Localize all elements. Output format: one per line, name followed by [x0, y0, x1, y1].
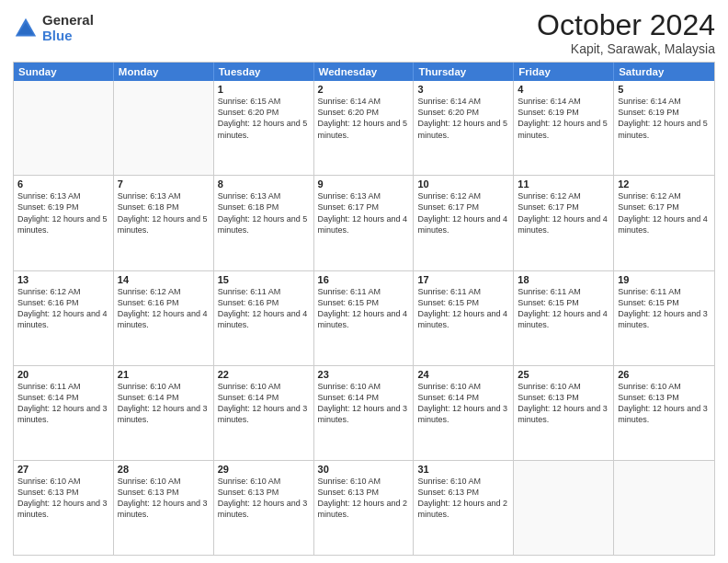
day-number: 13 — [17, 274, 109, 285]
calendar-cell: 9Sunrise: 6:13 AM Sunset: 6:17 PM Daylig… — [314, 176, 415, 270]
day-number: 25 — [518, 369, 609, 380]
cell-sun-info: Sunrise: 6:10 AM Sunset: 6:13 PM Dayligh… — [318, 476, 410, 521]
calendar-cell: 17Sunrise: 6:11 AM Sunset: 6:15 PM Dayli… — [414, 271, 514, 365]
cell-sun-info: Sunrise: 6:10 AM Sunset: 6:13 PM Dayligh… — [417, 476, 509, 521]
day-number: 9 — [318, 178, 410, 190]
calendar-day-header: Monday — [114, 63, 214, 81]
day-number: 1 — [218, 84, 310, 95]
calendar-cell: 28Sunrise: 6:10 AM Sunset: 6:13 PM Dayli… — [114, 461, 214, 555]
day-number: 4 — [518, 84, 609, 95]
logo-blue: Blue — [42, 29, 94, 44]
cell-sun-info: Sunrise: 6:14 AM Sunset: 6:19 PM Dayligh… — [518, 96, 609, 141]
day-number: 24 — [417, 369, 509, 380]
calendar-cell: 16Sunrise: 6:11 AM Sunset: 6:15 PM Dayli… — [314, 271, 415, 365]
month-title: October 2024 — [537, 9, 715, 41]
day-number: 16 — [318, 274, 410, 285]
logo: General Blue — [13, 13, 94, 43]
cell-sun-info: Sunrise: 6:10 AM Sunset: 6:13 PM Dayligh… — [218, 476, 310, 521]
calendar-day-header: Thursday — [414, 63, 514, 81]
calendar-cell: 14Sunrise: 6:12 AM Sunset: 6:16 PM Dayli… — [114, 271, 214, 365]
cell-sun-info: Sunrise: 6:11 AM Sunset: 6:15 PM Dayligh… — [318, 286, 410, 331]
cell-sun-info: Sunrise: 6:13 AM Sunset: 6:19 PM Dayligh… — [17, 190, 109, 236]
day-number: 20 — [17, 369, 109, 380]
cell-sun-info: Sunrise: 6:13 AM Sunset: 6:17 PM Dayligh… — [318, 190, 410, 236]
cell-sun-info: Sunrise: 6:10 AM Sunset: 6:13 PM Dayligh… — [17, 476, 109, 521]
day-number: 14 — [118, 274, 210, 285]
calendar-cell: 31Sunrise: 6:10 AM Sunset: 6:13 PM Dayli… — [414, 461, 514, 555]
calendar-header: SundayMondayTuesdayWednesdayThursdayFrid… — [14, 63, 714, 81]
cell-sun-info: Sunrise: 6:14 AM Sunset: 6:20 PM Dayligh… — [318, 96, 410, 141]
title-area: October 2024 Kapit, Sarawak, Malaysia — [537, 9, 715, 56]
day-number: 26 — [618, 369, 711, 380]
calendar-cell: 4Sunrise: 6:14 AM Sunset: 6:19 PM Daylig… — [514, 81, 614, 175]
day-number: 31 — [417, 464, 509, 475]
calendar-cell — [14, 81, 114, 175]
calendar-cell: 25Sunrise: 6:10 AM Sunset: 6:13 PM Dayli… — [514, 366, 614, 460]
cell-sun-info: Sunrise: 6:11 AM Sunset: 6:15 PM Dayligh… — [518, 286, 609, 331]
day-number: 2 — [318, 84, 410, 95]
calendar-day-header: Friday — [514, 63, 614, 81]
calendar-cell: 22Sunrise: 6:10 AM Sunset: 6:14 PM Dayli… — [214, 366, 314, 460]
calendar-cell: 19Sunrise: 6:11 AM Sunset: 6:15 PM Dayli… — [614, 271, 714, 365]
day-number: 15 — [218, 274, 310, 285]
day-number: 3 — [417, 84, 509, 95]
cell-sun-info: Sunrise: 6:10 AM Sunset: 6:14 PM Dayligh… — [218, 381, 310, 426]
cell-sun-info: Sunrise: 6:12 AM Sunset: 6:16 PM Dayligh… — [118, 286, 210, 331]
day-number: 11 — [518, 178, 609, 190]
calendar: SundayMondayTuesdayWednesdayThursdayFrid… — [13, 62, 715, 556]
calendar-cell: 29Sunrise: 6:10 AM Sunset: 6:13 PM Dayli… — [214, 461, 314, 555]
calendar-cell: 26Sunrise: 6:10 AM Sunset: 6:13 PM Dayli… — [614, 366, 714, 460]
day-number: 23 — [318, 369, 410, 380]
cell-sun-info: Sunrise: 6:12 AM Sunset: 6:17 PM Dayligh… — [618, 190, 711, 236]
calendar-day-header: Saturday — [614, 63, 714, 81]
day-number: 7 — [118, 178, 210, 190]
calendar-cell: 7Sunrise: 6:13 AM Sunset: 6:18 PM Daylig… — [114, 176, 214, 270]
calendar-cell: 24Sunrise: 6:10 AM Sunset: 6:14 PM Dayli… — [414, 366, 514, 460]
calendar-cell: 15Sunrise: 6:11 AM Sunset: 6:16 PM Dayli… — [214, 271, 314, 365]
logo-general: General — [42, 13, 94, 29]
day-number: 27 — [17, 464, 109, 475]
day-number: 19 — [618, 274, 711, 285]
calendar-cell: 27Sunrise: 6:10 AM Sunset: 6:13 PM Dayli… — [14, 461, 114, 555]
day-number: 5 — [618, 84, 711, 95]
day-number: 30 — [318, 464, 410, 475]
day-number: 29 — [218, 464, 310, 475]
calendar-day-header: Tuesday — [214, 63, 314, 81]
calendar-cell: 6Sunrise: 6:13 AM Sunset: 6:19 PM Daylig… — [14, 176, 114, 270]
calendar-week-row: 6Sunrise: 6:13 AM Sunset: 6:19 PM Daylig… — [14, 175, 714, 270]
cell-sun-info: Sunrise: 6:10 AM Sunset: 6:13 PM Dayligh… — [118, 476, 210, 521]
calendar-cell: 13Sunrise: 6:12 AM Sunset: 6:16 PM Dayli… — [14, 271, 114, 365]
cell-sun-info: Sunrise: 6:11 AM Sunset: 6:15 PM Dayligh… — [618, 286, 711, 331]
cell-sun-info: Sunrise: 6:10 AM Sunset: 6:14 PM Dayligh… — [118, 381, 210, 426]
logo-icon — [13, 16, 39, 41]
cell-sun-info: Sunrise: 6:12 AM Sunset: 6:17 PM Dayligh… — [518, 190, 609, 236]
calendar-cell — [614, 461, 714, 555]
page: General Blue October 2024 Kapit, Sarawak… — [0, 0, 728, 563]
calendar-cell: 20Sunrise: 6:11 AM Sunset: 6:14 PM Dayli… — [14, 366, 114, 460]
calendar-cell: 21Sunrise: 6:10 AM Sunset: 6:14 PM Dayli… — [114, 366, 214, 460]
cell-sun-info: Sunrise: 6:12 AM Sunset: 6:17 PM Dayligh… — [417, 190, 509, 236]
cell-sun-info: Sunrise: 6:10 AM Sunset: 6:13 PM Dayligh… — [618, 381, 711, 426]
cell-sun-info: Sunrise: 6:13 AM Sunset: 6:18 PM Dayligh… — [218, 190, 310, 236]
calendar-cell: 8Sunrise: 6:13 AM Sunset: 6:18 PM Daylig… — [214, 176, 314, 270]
cell-sun-info: Sunrise: 6:14 AM Sunset: 6:19 PM Dayligh… — [618, 96, 711, 141]
calendar-week-row: 13Sunrise: 6:12 AM Sunset: 6:16 PM Dayli… — [14, 270, 714, 365]
calendar-cell: 5Sunrise: 6:14 AM Sunset: 6:19 PM Daylig… — [614, 81, 714, 175]
calendar-cell: 23Sunrise: 6:10 AM Sunset: 6:14 PM Dayli… — [314, 366, 415, 460]
cell-sun-info: Sunrise: 6:11 AM Sunset: 6:15 PM Dayligh… — [417, 286, 509, 331]
day-number: 21 — [118, 369, 210, 380]
calendar-cell: 30Sunrise: 6:10 AM Sunset: 6:13 PM Dayli… — [314, 461, 415, 555]
calendar-cell: 12Sunrise: 6:12 AM Sunset: 6:17 PM Dayli… — [614, 176, 714, 270]
cell-sun-info: Sunrise: 6:11 AM Sunset: 6:16 PM Dayligh… — [218, 286, 310, 331]
calendar-week-row: 1Sunrise: 6:15 AM Sunset: 6:20 PM Daylig… — [14, 81, 714, 175]
day-number: 6 — [17, 178, 109, 190]
cell-sun-info: Sunrise: 6:13 AM Sunset: 6:18 PM Dayligh… — [118, 190, 210, 236]
cell-sun-info: Sunrise: 6:10 AM Sunset: 6:13 PM Dayligh… — [518, 381, 609, 426]
calendar-cell: 18Sunrise: 6:11 AM Sunset: 6:15 PM Dayli… — [514, 271, 614, 365]
calendar-cell: 11Sunrise: 6:12 AM Sunset: 6:17 PM Dayli… — [514, 176, 614, 270]
day-number: 10 — [417, 178, 509, 190]
calendar-cell: 2Sunrise: 6:14 AM Sunset: 6:20 PM Daylig… — [314, 81, 415, 175]
day-number: 22 — [218, 369, 310, 380]
cell-sun-info: Sunrise: 6:14 AM Sunset: 6:20 PM Dayligh… — [417, 96, 509, 141]
calendar-day-header: Sunday — [14, 63, 114, 81]
